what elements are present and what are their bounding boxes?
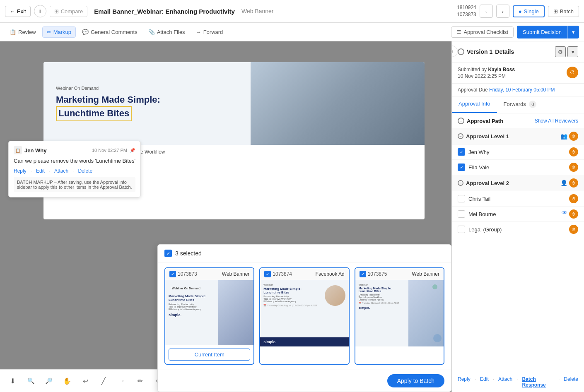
batch-label: Batch bbox=[560, 8, 574, 14]
version-gear-button[interactable]: ⚙ bbox=[555, 46, 566, 57]
submitted-text: Submitted by Kayla Boss bbox=[458, 67, 515, 72]
batch-select-all-checkbox[interactable]: ✓ bbox=[164, 250, 172, 257]
apply-batch-button[interactable]: Apply to Batch bbox=[387, 374, 444, 387]
batch-item-0[interactable]: ✓ 1073873 Web Banner Webinar On Demand M… bbox=[164, 267, 254, 365]
compare-button[interactable]: ⊞ Compare bbox=[50, 6, 87, 17]
general-comments-button[interactable]: 💬 General Comments bbox=[77, 26, 142, 38]
general-comments-label: General Comments bbox=[91, 29, 138, 35]
mini-banner-0-left: Webinar On Demand Marketing Made Simple:… bbox=[165, 280, 218, 345]
approval-path-title: − Approval Path bbox=[458, 118, 503, 124]
batch-item-1-preview: Webinar Marketing Made Simple:Lunchtime … bbox=[260, 280, 348, 364]
level1-status-icon: ⏱ bbox=[569, 132, 578, 141]
tab-approval-info[interactable]: Approval Info bbox=[452, 96, 497, 113]
canvas-area[interactable]: Webinar On Demand Marketing Made Simple:… bbox=[0, 41, 451, 392]
approval-checklist-button[interactable]: ☰ Approval Checklist bbox=[451, 26, 514, 38]
batch-item-0-type: Web Banner bbox=[222, 271, 250, 277]
compare-icon: ⊞ bbox=[54, 8, 59, 14]
markup-button[interactable]: ✏ Markup bbox=[42, 26, 76, 38]
reviewer-2-checkbox[interactable]: ✓ bbox=[458, 164, 465, 171]
comment-edit-link[interactable]: Edit bbox=[36, 168, 45, 174]
level2-status-icon: ⏱ bbox=[569, 178, 578, 188]
sidebar-footer: Reply · Edit · Attach · Batch Response ·… bbox=[452, 372, 584, 392]
reviewer-1-status: ⏱ bbox=[569, 147, 578, 156]
mini-banner-0-right bbox=[218, 280, 253, 345]
batch-item-2[interactable]: ✓ 1073875 Web Banner Webinar Marketing M… bbox=[355, 267, 444, 365]
due-date-link[interactable]: Friday, 10 February 05:00 PM bbox=[489, 87, 555, 93]
nav-next-button[interactable]: › bbox=[496, 5, 509, 18]
submit-decision-dropdown-icon[interactable]: ▾ bbox=[567, 26, 579, 38]
comment-reply-link[interactable]: Reply bbox=[14, 168, 27, 174]
sidebar-tabs: Approval Info Forwards 0 bbox=[452, 96, 584, 113]
item-id-line1: 1810924 bbox=[457, 4, 476, 11]
submitted-by-name: Kayla Boss bbox=[488, 67, 515, 72]
comments-icon: 💬 bbox=[82, 29, 89, 35]
reviewer-3-icons: ⏱ bbox=[569, 194, 578, 203]
zoom-in-button[interactable]: 🔍 bbox=[25, 375, 36, 387]
batch-item-1[interactable]: ✓ 1073874 Facebook Ad Webinar Marketing … bbox=[259, 267, 349, 365]
footer-delete-link[interactable]: Delete bbox=[564, 376, 578, 388]
arrow-tool-button[interactable]: → bbox=[116, 375, 128, 387]
reviewer-4-status: ⏱ bbox=[569, 209, 578, 219]
main-area: Webinar On Demand Marketing Made Simple:… bbox=[0, 41, 584, 392]
nav-prev-button[interactable]: ‹ bbox=[480, 5, 493, 18]
gear-icon: ⚙ bbox=[558, 49, 563, 55]
banner-inner: Webinar On Demand Marketing Made Simple:… bbox=[43, 62, 425, 145]
nav-prev-icon: ‹ bbox=[485, 8, 487, 14]
reviewer-1-name: Jen Why bbox=[468, 149, 569, 155]
pan-tool-button[interactable]: ✋ bbox=[61, 375, 73, 387]
version-header: − Version 1 Details ⚙ ▾ bbox=[452, 41, 584, 63]
footer-attach-link[interactable]: Attach bbox=[498, 376, 512, 388]
single-icon: ● bbox=[519, 8, 522, 14]
footer-batch-response-link[interactable]: Batch Response bbox=[522, 376, 554, 388]
pencil-tool-button[interactable]: ✏ bbox=[134, 375, 146, 387]
reviewer-1-checkbox[interactable]: ✓ bbox=[458, 148, 465, 156]
zoom-out-button[interactable]: 🔍 bbox=[43, 375, 55, 387]
submitted-by-label: Submitted by bbox=[458, 67, 487, 72]
reviewer-row-2: ✓ Ella Vale ⏱ bbox=[452, 160, 584, 175]
forwards-badge: 0 bbox=[529, 101, 536, 108]
comment-attach-link[interactable]: Attach bbox=[54, 168, 68, 174]
undo-button[interactable]: ↩ bbox=[80, 375, 91, 387]
download-button[interactable]: ⬇ bbox=[7, 375, 18, 387]
reviewer-4-checkbox[interactable] bbox=[458, 210, 465, 218]
forward-button[interactable]: → Forward bbox=[191, 26, 228, 38]
footer-reply-link[interactable]: Reply bbox=[458, 376, 471, 388]
compare-label: Compare bbox=[61, 8, 83, 14]
reviewer-3-name: Chris Tail bbox=[468, 196, 569, 202]
people-image bbox=[251, 62, 425, 145]
reviewer-5-checkbox[interactable] bbox=[458, 226, 465, 233]
single-button[interactable]: ● Single bbox=[513, 5, 545, 17]
exit-button[interactable]: ← Exit bbox=[5, 6, 31, 17]
comment-delete-link[interactable]: Delete bbox=[78, 168, 92, 174]
show-all-reviewers-link[interactable]: Show All Reviewers bbox=[535, 118, 578, 124]
reviewer-2-name: Ella Vale bbox=[468, 164, 569, 171]
review-button[interactable]: 📋 Review bbox=[5, 26, 41, 38]
batch-item-2-header: ✓ 1073875 Web Banner bbox=[355, 268, 444, 280]
submitted-info: Submitted by Kayla Boss 10 Nov 2022 2:25… bbox=[452, 63, 584, 84]
tab-forwards[interactable]: Forwards 0 bbox=[497, 96, 543, 113]
forwards-tab-label: Forwards bbox=[504, 101, 526, 107]
current-item-button[interactable]: Current Item bbox=[169, 349, 250, 361]
doc-subtitle: Web Banner bbox=[241, 8, 274, 14]
batch-preview-placeholder-2: Webinar Marketing Made Simple:Lunchtime … bbox=[355, 280, 444, 346]
banner-left: Webinar On Demand Marketing Made Simple:… bbox=[43, 62, 251, 145]
info-button[interactable]: i bbox=[34, 5, 46, 17]
reviewer-3-checkbox[interactable] bbox=[458, 195, 465, 202]
footer-edit-link[interactable]: Edit bbox=[480, 376, 489, 388]
approval-path-label: Approval Path bbox=[467, 118, 503, 124]
attach-files-button[interactable]: 📎 Attach Files bbox=[144, 26, 190, 38]
batch-button[interactable]: ⊞ Batch bbox=[548, 6, 579, 17]
version-chevron-button[interactable]: ▾ bbox=[567, 46, 578, 57]
batch-header: ✓ 3 selected bbox=[158, 245, 451, 262]
submitted-date: 10 Nov 2022 2:25 PM bbox=[458, 73, 515, 79]
due-date: Approval Due Friday, 10 February 05:00 P… bbox=[452, 84, 584, 96]
forward-icon: → bbox=[196, 29, 201, 35]
submit-decision-button[interactable]: Submit Decision ▾ bbox=[517, 26, 579, 38]
reviewer-2-icons: ⏱ bbox=[569, 163, 578, 172]
line-tool-button[interactable]: ╱ bbox=[98, 375, 109, 387]
exit-label: Exit bbox=[17, 8, 26, 14]
version-controls: ⚙ ▾ bbox=[555, 46, 578, 57]
reviewer-row-5: Legal (Group) ⏱ bbox=[452, 222, 584, 237]
sidebar-toggle-icon: » bbox=[451, 48, 453, 54]
mini-banner-0: Webinar On Demand Marketing Made Simple:… bbox=[165, 280, 253, 345]
